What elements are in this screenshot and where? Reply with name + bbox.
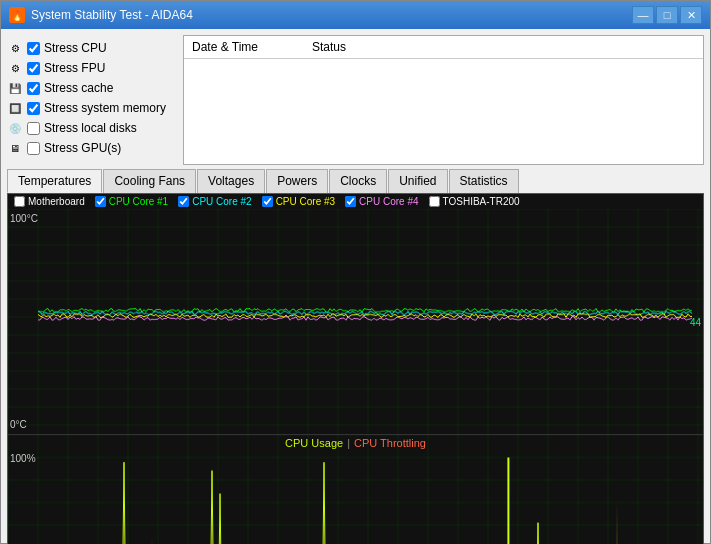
minimize-button[interactable]: — <box>632 6 654 24</box>
cpu-usage-chart: CPU Usage | CPU Throttling 100% 0% 9% 0% <box>8 435 703 544</box>
stress-disks-checkbox[interactable] <box>27 122 40 135</box>
stress-disks-label: Stress local disks <box>44 121 137 135</box>
tab-statistics[interactable]: Statistics <box>449 169 519 193</box>
legend-motherboard-label: Motherboard <box>28 196 85 207</box>
title-bar: 🔥 System Stability Test - AIDA64 — □ ✕ <box>1 1 710 29</box>
legend-core1: CPU Core #1 <box>95 196 168 207</box>
legend-core2-label: CPU Core #2 <box>192 196 251 207</box>
legend-core3-checkbox[interactable] <box>262 196 273 207</box>
stress-gpu-checkbox[interactable] <box>27 142 40 155</box>
stress-memory-checkbox[interactable] <box>27 102 40 115</box>
cpu-max-label: 100% <box>10 453 36 464</box>
checkbox-stress-disks: 💿 Stress local disks <box>7 119 177 137</box>
legend-toshiba: TOSHIBA-TR200 <box>429 196 520 207</box>
tabs-section: Temperatures Cooling Fans Voltages Power… <box>7 169 704 544</box>
temp-min-label: 0°C <box>10 419 27 430</box>
stress-cache-checkbox[interactable] <box>27 82 40 95</box>
gpu-icon: 🖥 <box>7 140 23 156</box>
checkbox-stress-fpu: ⚙ Stress FPU <box>7 59 177 77</box>
datetime-column-header: Date & Time <box>184 36 304 58</box>
tab-powers[interactable]: Powers <box>266 169 328 193</box>
cpu-usage-canvas <box>8 435 703 544</box>
stress-cpu-checkbox[interactable] <box>27 42 40 55</box>
top-section: ⚙ Stress CPU ⚙ Stress FPU 💾 Stress cache… <box>7 35 704 165</box>
cpu-icon: ⚙ <box>7 40 23 56</box>
legend-toshiba-checkbox[interactable] <box>429 196 440 207</box>
status-column-header: Status <box>304 36 703 58</box>
checkbox-stress-cpu: ⚙ Stress CPU <box>7 39 177 57</box>
chart-container: 100°C 0°C 44 CPU Usage | CPU Throttling … <box>8 209 703 544</box>
status-table: Date & Time Status <box>183 35 704 165</box>
legend-motherboard-checkbox[interactable] <box>14 196 25 207</box>
tab-cooling-fans[interactable]: Cooling Fans <box>103 169 196 193</box>
close-button[interactable]: ✕ <box>680 6 702 24</box>
main-window: 🔥 System Stability Test - AIDA64 — □ ✕ ⚙… <box>0 0 711 544</box>
legend-core3: CPU Core #3 <box>262 196 335 207</box>
temperature-chart: 100°C 0°C 44 <box>8 209 703 435</box>
checkbox-stress-cache: 💾 Stress cache <box>7 79 177 97</box>
checkbox-stress-gpu: 🖥 Stress GPU(s) <box>7 139 177 157</box>
tab-temperatures[interactable]: Temperatures <box>7 169 102 193</box>
legend-toshiba-label: TOSHIBA-TR200 <box>443 196 520 207</box>
temperature-canvas <box>8 209 703 434</box>
legend-core3-label: CPU Core #3 <box>276 196 335 207</box>
tab-clocks[interactable]: Clocks <box>329 169 387 193</box>
legend-core4: CPU Core #4 <box>345 196 418 207</box>
stress-cache-label: Stress cache <box>44 81 113 95</box>
cpu-chart-title: CPU Usage | CPU Throttling <box>285 437 426 449</box>
fpu-icon: ⚙ <box>7 60 23 76</box>
stress-options-panel: ⚙ Stress CPU ⚙ Stress FPU 💾 Stress cache… <box>7 35 177 165</box>
window-controls: — □ ✕ <box>632 6 702 24</box>
legend-core4-checkbox[interactable] <box>345 196 356 207</box>
tab-bar: Temperatures Cooling Fans Voltages Power… <box>7 169 704 193</box>
checkbox-stress-memory: 🔲 Stress system memory <box>7 99 177 117</box>
stress-fpu-label: Stress FPU <box>44 61 105 75</box>
maximize-button[interactable]: □ <box>656 6 678 24</box>
legend-core1-checkbox[interactable] <box>95 196 106 207</box>
legend-core2-checkbox[interactable] <box>178 196 189 207</box>
stress-fpu-checkbox[interactable] <box>27 62 40 75</box>
chart-legend: Motherboard CPU Core #1 CPU Core #2 CPU … <box>8 194 703 209</box>
tab-voltages[interactable]: Voltages <box>197 169 265 193</box>
legend-core4-label: CPU Core #4 <box>359 196 418 207</box>
legend-core2: CPU Core #2 <box>178 196 251 207</box>
status-table-header: Date & Time Status <box>184 36 703 59</box>
main-content: ⚙ Stress CPU ⚙ Stress FPU 💾 Stress cache… <box>1 29 710 544</box>
app-icon: 🔥 <box>9 7 25 23</box>
memory-icon: 🔲 <box>7 100 23 116</box>
disks-icon: 💿 <box>7 120 23 136</box>
chart-area: Motherboard CPU Core #1 CPU Core #2 CPU … <box>7 193 704 544</box>
stress-memory-label: Stress system memory <box>44 101 166 115</box>
tab-unified[interactable]: Unified <box>388 169 447 193</box>
cpu-usage-title: CPU Usage <box>285 437 343 449</box>
chart-separator: | <box>347 437 350 449</box>
legend-core1-label: CPU Core #1 <box>109 196 168 207</box>
cpu-throttling-title: CPU Throttling <box>354 437 426 449</box>
temp-max-label: 100°C <box>10 213 38 224</box>
stress-gpu-label: Stress GPU(s) <box>44 141 121 155</box>
legend-motherboard: Motherboard <box>14 196 85 207</box>
window-title: System Stability Test - AIDA64 <box>31 8 632 22</box>
cache-icon: 💾 <box>7 80 23 96</box>
temp-current-value: 44 <box>690 316 701 327</box>
stress-cpu-label: Stress CPU <box>44 41 107 55</box>
